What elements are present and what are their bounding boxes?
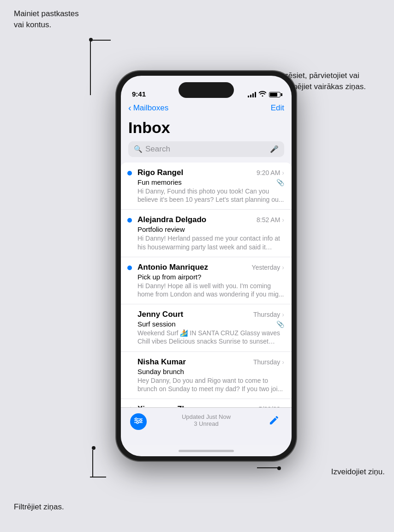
mail-subject: Pick up from airport? <box>137 273 284 281</box>
battery-icon <box>269 92 281 97</box>
mail-subject-text: Surf session <box>137 320 176 328</box>
unread-count: 3 Unread <box>182 420 231 427</box>
mail-time: Thursday <box>253 358 280 366</box>
svg-point-2 <box>137 422 138 423</box>
compose-button[interactable] <box>266 413 282 430</box>
signal-bar-4 <box>255 92 256 97</box>
mail-chevron-icon: › <box>282 311 284 318</box>
search-bar[interactable]: 🔍 Search 🎤 <box>128 141 284 157</box>
battery-fill <box>270 93 277 97</box>
mail-preview: Hey Danny, Do you and Rigo want to come … <box>137 376 284 393</box>
mail-sender: Nisha Kumar <box>137 357 186 367</box>
mail-subject-text: Fun memories <box>137 178 182 186</box>
ann-line-bottomleft-vert <box>92 450 93 478</box>
mail-subject-text: Pick up from airport? <box>137 273 201 281</box>
mailboxes-label: Mailboxes <box>133 103 169 113</box>
mail-preview: Hi Danny! Herland passed me your contact… <box>137 234 284 251</box>
search-input[interactable]: Search <box>145 145 267 154</box>
mail-chevron-icon: › <box>282 358 284 366</box>
ann-dot-topleft <box>89 38 93 42</box>
toolbar: Updated Just Now 3 Unread <box>121 407 292 445</box>
mail-sender: Alejandra Delgado <box>137 215 206 224</box>
attachment-icon: 📎 <box>276 179 284 186</box>
wifi-icon <box>259 91 266 98</box>
ann-line-bottomleft-horiz <box>90 477 106 478</box>
ann-line-topleft-horiz <box>90 40 111 41</box>
compose-icon <box>269 415 280 429</box>
mail-time-row: 5/29/23› <box>259 405 284 407</box>
mail-item[interactable]: Antonio ManriquezYesterday›Pick up from … <box>121 257 292 304</box>
scene: Mainiet pastkastes vai kontus. Dzēsiet, … <box>0 0 394 532</box>
mail-header: Rigo Rangel9:20 AM› <box>137 168 284 177</box>
home-bar <box>179 450 234 452</box>
mail-sender: Antonio Manriquez <box>137 263 208 272</box>
edit-button[interactable]: Edit <box>271 103 284 113</box>
mail-sender: Xiaomeng Zhong <box>137 405 201 407</box>
annotation-top-left: Mainiet pastkastes vai kontus. <box>14 8 97 30</box>
mail-subject: Sunday brunch <box>137 368 284 375</box>
phone: 9:41 <box>116 71 296 461</box>
mailboxes-back-button[interactable]: ‹ Mailboxes <box>128 103 168 113</box>
signal-bar-1 <box>248 96 249 97</box>
mail-time-row: Yesterday› <box>252 264 284 271</box>
mail-time: Thursday <box>253 311 280 318</box>
mail-item[interactable]: Jenny CourtThursday›Surf session📎Weekend… <box>121 304 292 351</box>
ann-dot-bottomleft <box>92 446 96 450</box>
mail-sender: Jenny Court <box>137 310 183 319</box>
page-title: Inbox <box>121 117 292 141</box>
svg-point-0 <box>135 418 137 420</box>
signal-bar-2 <box>250 95 251 97</box>
home-indicator <box>121 445 292 456</box>
mail-header: Xiaomeng Zhong5/29/23› <box>137 405 284 407</box>
mail-subject-text: Sunday brunch <box>137 368 184 375</box>
mail-subject: Surf session📎 <box>137 320 284 328</box>
back-chevron-icon: ‹ <box>128 103 131 113</box>
mail-list: Rigo Rangel9:20 AM›Fun memories📎Hi Danny… <box>121 163 292 407</box>
update-status: Updated Just Now <box>182 413 231 420</box>
ann-dot-bottomright <box>277 466 281 470</box>
microphone-icon[interactable]: 🎤 <box>270 145 279 153</box>
mail-time: 9:20 AM <box>257 169 280 176</box>
mail-item[interactable]: Rigo Rangel9:20 AM›Fun memories📎Hi Danny… <box>121 163 292 210</box>
svg-point-1 <box>140 420 142 422</box>
mail-subject: Portfolio review <box>137 225 284 233</box>
nav-bar: ‹ Mailboxes Edit <box>121 101 292 117</box>
ann-line-topleft-vert <box>90 40 91 95</box>
mail-header: Jenny CourtThursday› <box>137 310 284 319</box>
mail-item[interactable]: Xiaomeng Zhong5/29/23›Summer barbecue📎Da… <box>121 399 292 407</box>
mail-time: Yesterday <box>252 264 281 271</box>
attachment-icon: 📎 <box>276 320 284 328</box>
unread-dot <box>127 171 132 175</box>
page-content: Inbox 🔍 Search 🎤 Rigo Rangel9:20 AM›Fun … <box>121 117 292 407</box>
mail-subject-text: Portfolio review <box>137 225 185 233</box>
mail-preview: Hi Danny, Found this photo you took! Can… <box>137 187 284 204</box>
mail-preview: Weekend Surf 🏄 IN SANTA CRUZ Glassy wave… <box>137 329 284 345</box>
mail-header: Alejandra Delgado8:52 AM› <box>137 215 284 224</box>
signal-bar-3 <box>252 93 254 97</box>
status-icons <box>248 91 281 98</box>
mail-time: 5/29/23 <box>259 405 281 407</box>
filter-button[interactable] <box>130 413 147 430</box>
mail-time-row: 9:20 AM› <box>257 169 284 176</box>
filter-icon <box>134 417 143 426</box>
annotation-bottom-right: Izveidojiet ziņu. <box>331 466 385 478</box>
unread-dot <box>127 218 132 223</box>
mail-preview: Hi Danny! Hope all is well with you. I'm… <box>137 282 284 298</box>
mail-header: Nisha KumarThursday› <box>137 357 284 367</box>
mail-time-row: Thursday› <box>253 311 284 318</box>
mail-item[interactable]: Nisha KumarThursday›Sunday brunchHey Dan… <box>121 352 292 399</box>
dynamic-island <box>179 82 234 98</box>
search-icon: 🔍 <box>134 145 143 153</box>
mail-chevron-icon: › <box>282 405 284 407</box>
mail-chevron-icon: › <box>282 169 284 176</box>
toolbar-status: Updated Just Now 3 Unread <box>182 413 231 427</box>
forwarded-icon <box>126 406 133 407</box>
status-time: 9:41 <box>132 90 146 98</box>
mail-subject: Fun memories📎 <box>137 178 284 186</box>
mail-time-row: 8:52 AM› <box>257 216 284 224</box>
mail-sender: Rigo Rangel <box>137 168 183 177</box>
annotation-bottom-left: Filtrējiet ziņas. <box>14 502 64 513</box>
mail-chevron-icon: › <box>282 216 284 224</box>
signal-bars-icon <box>248 92 256 97</box>
mail-item[interactable]: Alejandra Delgado8:52 AM›Portfolio revie… <box>121 210 292 257</box>
